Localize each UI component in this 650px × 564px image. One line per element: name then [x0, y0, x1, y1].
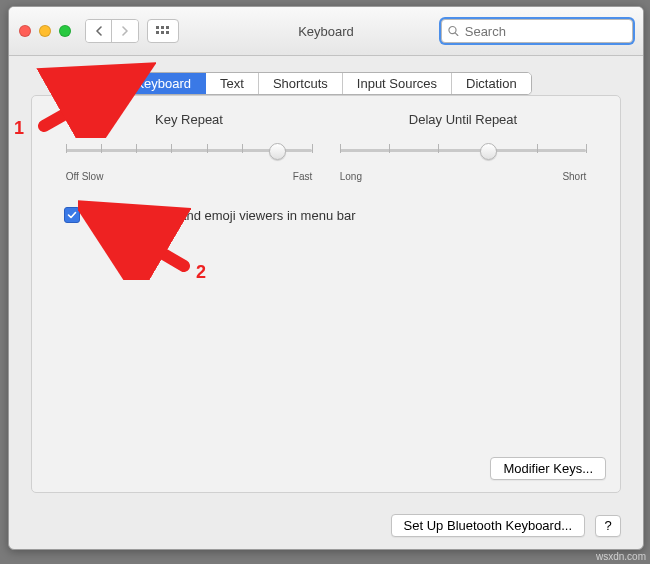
svg-rect-5 [166, 31, 169, 34]
svg-line-7 [455, 33, 458, 36]
delay-repeat-labels: Long Short [340, 171, 587, 185]
tab-label: Input Sources [357, 76, 437, 91]
menu-bar-viewers-checkbox[interactable] [64, 207, 80, 223]
checkbox-label: Show keyboard and emoji viewers in menu … [86, 208, 356, 223]
back-button[interactable] [86, 20, 112, 42]
search-field[interactable] [441, 19, 633, 43]
search-input[interactable] [463, 19, 626, 43]
label-fast: Fast [293, 171, 312, 182]
nav-buttons [85, 19, 139, 43]
slider-thumb[interactable] [480, 143, 497, 160]
modifier-keys-button[interactable]: Modifier Keys... [490, 457, 606, 480]
chevron-right-icon [121, 26, 129, 36]
label-off: Off [66, 171, 79, 182]
svg-rect-2 [166, 26, 169, 29]
svg-rect-3 [156, 31, 159, 34]
tab-keyboard[interactable]: Keyboard [121, 73, 206, 94]
delay-repeat-slider[interactable] [340, 141, 587, 169]
watermark: wsxdn.com [596, 551, 646, 562]
annotation-number-2: 2 [196, 262, 206, 283]
tab-label: Shortcuts [273, 76, 328, 91]
delay-repeat-title: Delay Until Repeat [340, 112, 587, 127]
tab-bar: Keyboard Text Shortcuts Input Sources Di… [9, 72, 643, 95]
tab-text[interactable]: Text [206, 73, 259, 94]
footer: Set Up Bluetooth Keyboard... ? [9, 514, 643, 537]
delay-repeat-group: Delay Until Repeat Long Short [340, 112, 587, 185]
titlebar: Keyboard [9, 7, 643, 56]
minimize-icon[interactable] [39, 25, 51, 37]
key-repeat-labels: Off Slow Fast [66, 171, 313, 185]
label-short: Short [562, 171, 586, 182]
search-icon [448, 25, 459, 37]
tab-shortcuts[interactable]: Shortcuts [259, 73, 343, 94]
bluetooth-keyboard-button[interactable]: Set Up Bluetooth Keyboard... [391, 514, 585, 537]
keyboard-preferences-window: Keyboard Keyboard Text Shortcuts Input S… [8, 6, 644, 550]
tab-label: Text [220, 76, 244, 91]
menu-bar-viewers-row[interactable]: Show keyboard and emoji viewers in menu … [32, 185, 620, 223]
slider-thumb[interactable] [269, 143, 286, 160]
tab-label: Keyboard [135, 76, 191, 91]
tab-dictation[interactable]: Dictation [452, 73, 531, 94]
svg-rect-1 [161, 26, 164, 29]
help-button[interactable]: ? [595, 515, 621, 537]
key-repeat-title: Key Repeat [66, 112, 313, 127]
forward-button[interactable] [112, 20, 138, 42]
chevron-left-icon [95, 26, 103, 36]
segmented-tabs: Keyboard Text Shortcuts Input Sources Di… [120, 72, 531, 95]
tab-label: Dictation [466, 76, 517, 91]
annotation-number-1: 1 [14, 118, 24, 139]
window-controls [19, 25, 71, 37]
content-panel: Key Repeat Off Slow Fast Delay Until Rep… [31, 95, 621, 493]
svg-rect-0 [156, 26, 159, 29]
svg-rect-4 [161, 31, 164, 34]
zoom-icon[interactable] [59, 25, 71, 37]
tab-input-sources[interactable]: Input Sources [343, 73, 452, 94]
key-repeat-group: Key Repeat Off Slow Fast [66, 112, 313, 185]
show-all-button[interactable] [147, 19, 179, 43]
label-long: Long [340, 171, 362, 182]
checkmark-icon [67, 210, 77, 220]
grid-icon [156, 26, 170, 36]
sliders-area: Key Repeat Off Slow Fast Delay Until Rep… [32, 96, 620, 185]
close-icon[interactable] [19, 25, 31, 37]
key-repeat-slider[interactable] [66, 141, 313, 169]
label-slow: Slow [82, 171, 104, 182]
